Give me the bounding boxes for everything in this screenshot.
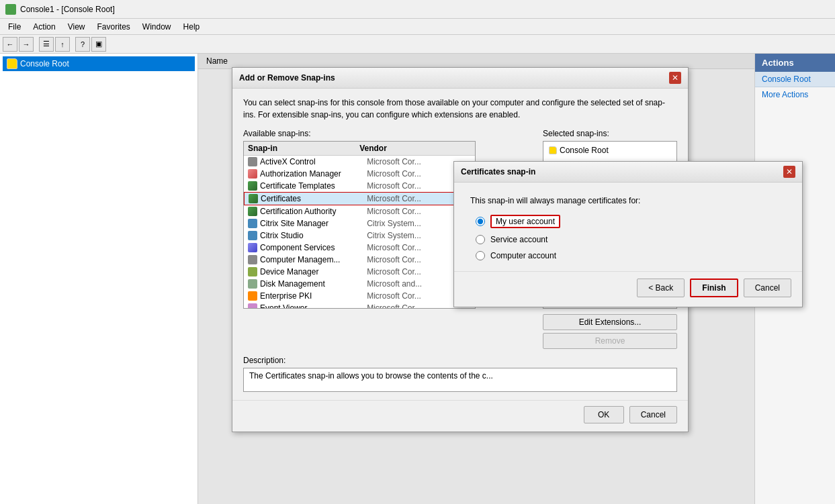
snapins-dialog-close[interactable]: ✕	[669, 72, 681, 84]
radio-group: My user account Service account Computer…	[470, 215, 786, 260]
actions-more[interactable]: More Actions	[755, 87, 835, 102]
col-snapin-header: Snap-in	[248, 144, 359, 153]
available-label: Available snap-ins:	[243, 129, 476, 138]
snapins-dialog-title: Add or Remove Snap-ins	[239, 73, 335, 83]
snapin-disk-name: Disk Management	[260, 279, 364, 289]
citrix-studio-icon	[248, 231, 257, 240]
snapin-certificates-name: Certificates	[261, 194, 364, 203]
snapins-dialog-footer: OK Cancel	[232, 400, 688, 432]
snapin-citrix-site-name: Citrix Site Manager	[260, 219, 364, 228]
snapin-computer-mgmt[interactable]: Computer Managem... Microsoft Cor...	[244, 254, 475, 266]
toolbar: ← → ☰ ↑ ? ▣	[0, 35, 835, 54]
event-icon	[248, 303, 257, 309]
available-snapins-list: Snap-in Vendor ActiveX Control Microsoft…	[243, 141, 476, 309]
left-panel: Console Root	[0, 54, 198, 504]
pki-icon	[248, 291, 257, 301]
snapins-description: You can select snap-ins for this console…	[243, 97, 677, 121]
menu-window[interactable]: Window	[137, 21, 177, 33]
snapin-citrix-site[interactable]: Citrix Site Manager Citrix System...	[244, 217, 475, 230]
snapin-certificates[interactable]: Certificates Microsoft Cor...	[244, 192, 475, 205]
radio-computer-account-input[interactable]	[476, 251, 485, 260]
computer-mgmt-icon	[248, 255, 257, 264]
menu-help[interactable]: Help	[178, 21, 206, 33]
snapin-auth[interactable]: Authorization Manager Microsoft Cor...	[244, 168, 475, 180]
remove-button[interactable]: Remove	[543, 333, 677, 349]
snapin-citrix-studio[interactable]: Citrix Studio Citrix System...	[244, 230, 475, 242]
toolbar-show-hide[interactable]: ☰	[39, 37, 54, 52]
cert-dialog-title: Certificates snap-in	[461, 167, 535, 177]
available-list-scroll[interactable]: Snap-in Vendor ActiveX Control Microsoft…	[243, 141, 476, 309]
folder-icon	[7, 58, 17, 69]
snapin-component[interactable]: Component Services Microsoft Cor...	[244, 242, 475, 254]
radio-my-account-label: My user account	[490, 215, 560, 228]
radio-computer-account-label: Computer account	[490, 251, 556, 260]
toolbar-back[interactable]: ←	[3, 37, 17, 52]
cert-dialog-footer: < Back Finish Cancel	[454, 271, 802, 307]
available-snapins-container: Available snap-ins: Snap-in Vendor	[243, 129, 476, 349]
selected-buttons: Edit Extensions... Remove	[543, 314, 677, 349]
toolbar-new[interactable]: ▣	[91, 37, 106, 52]
cert-dialog-close[interactable]: ✕	[783, 166, 795, 178]
menu-file[interactable]: File	[3, 21, 26, 33]
cert-snapin-dialog: Certificates snap-in ✕ This snap-in will…	[453, 161, 803, 307]
snapins-ok-button[interactable]: OK	[584, 406, 624, 423]
description-text: The Certificates snap-in allows you to b…	[243, 368, 677, 392]
cert-templates-icon	[248, 181, 257, 191]
toolbar-help[interactable]: ?	[75, 37, 90, 52]
edit-extensions-button[interactable]: Edit Extensions...	[543, 314, 677, 330]
available-list-wrapper: Snap-in Vendor ActiveX Control Microsoft…	[243, 141, 476, 309]
snapin-activex-name: ActiveX Control	[260, 157, 364, 166]
snapins-dialog-titlebar: Add or Remove Snap-ins ✕	[232, 68, 688, 89]
radio-my-account-input[interactable]	[476, 217, 485, 226]
window-title: Console1 - [Console Root]	[20, 5, 115, 14]
snapins-list-header: Snap-in Vendor	[244, 142, 475, 156]
description-section: Description: The Certificates snap-in al…	[243, 356, 677, 392]
activex-icon	[248, 157, 257, 166]
snapin-event[interactable]: Event Viewer Microsoft Cor...	[244, 302, 475, 309]
snapin-cert-templates[interactable]: Certificate Templates Microsoft Cor...	[244, 180, 475, 192]
snapin-disk[interactable]: Disk Management Microsoft and...	[244, 278, 475, 290]
console-root-tree-item[interactable]: Console Root	[3, 56, 195, 71]
radio-service-account-input[interactable]	[476, 235, 485, 244]
console-root-folder-icon	[549, 146, 557, 154]
cert-finish-button[interactable]: Finish	[690, 279, 738, 297]
snapin-activex[interactable]: ActiveX Control Microsoft Cor...	[244, 156, 475, 168]
menu-bar: File Action View Favorites Window Help	[0, 19, 835, 35]
citrix-site-icon	[248, 219, 257, 228]
actions-console-root[interactable]: Console Root	[755, 72, 835, 87]
cert-dialog-titlebar: Certificates snap-in ✕	[454, 162, 802, 183]
toolbar-forward[interactable]: →	[19, 37, 34, 52]
snapin-cert-templates-name: Certificate Templates	[260, 181, 364, 191]
menu-favorites[interactable]: Favorites	[92, 21, 136, 33]
snapin-computer-mgmt-name: Computer Managem...	[260, 255, 364, 264]
snapin-event-name: Event Viewer	[260, 303, 364, 309]
snapin-cert-auth[interactable]: Certification Authority Microsoft Cor...	[244, 205, 475, 217]
menu-action[interactable]: Action	[28, 21, 60, 33]
snapin-device[interactable]: Device Manager Microsoft Cor...	[244, 266, 475, 278]
actions-header: Actions	[755, 54, 835, 72]
cert-back-button[interactable]: < Back	[637, 279, 685, 297]
snapin-pki[interactable]: Enterprise PKI Microsoft Cor...	[244, 290, 475, 302]
main-layout: Console Root Name There are no items to …	[0, 54, 835, 504]
auth-icon	[248, 169, 257, 179]
radio-computer-account[interactable]: Computer account	[476, 251, 786, 260]
toolbar-up[interactable]: ↑	[55, 37, 70, 52]
snapins-cancel-button[interactable]: Cancel	[629, 406, 677, 423]
cert-auth-icon	[248, 207, 257, 216]
selected-console-root: Console Root	[546, 144, 674, 156]
console-root-label: Console Root	[20, 59, 69, 68]
snapin-pki-name: Enterprise PKI	[260, 291, 364, 301]
component-icon	[248, 243, 257, 252]
disk-icon	[248, 279, 257, 289]
snapin-component-name: Component Services	[260, 243, 364, 252]
radio-service-account[interactable]: Service account	[476, 235, 786, 244]
radio-my-account[interactable]: My user account	[476, 215, 786, 228]
cert-subtitle: This snap-in will always manage certific…	[470, 196, 786, 205]
radio-service-account-label: Service account	[490, 235, 547, 244]
certificates-icon	[249, 194, 258, 203]
snapin-cert-auth-name: Certification Authority	[260, 207, 364, 216]
menu-view[interactable]: View	[62, 21, 91, 33]
cert-cancel-button[interactable]: Cancel	[744, 279, 791, 297]
selected-console-root-label: Console Root	[560, 146, 609, 155]
snapin-device-name: Device Manager	[260, 267, 364, 276]
